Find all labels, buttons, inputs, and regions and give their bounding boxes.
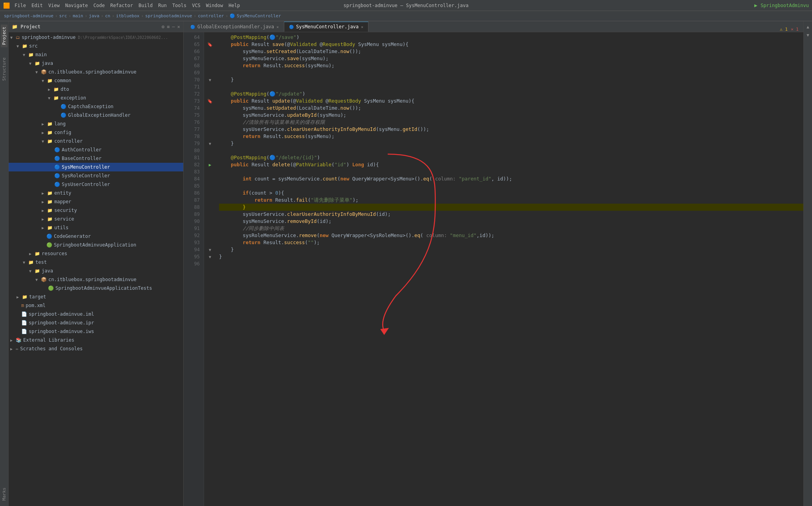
tree-item-main[interactable]: ▼ 📁 main [9,50,183,59]
tab-project[interactable]: Project [1,24,7,47]
gutter-fold-70[interactable]: ▼ [206,76,214,83]
tree-item-dto[interactable]: ▶ 📁 dto [9,85,183,94]
right-icon-2[interactable]: ▼ [805,31,811,39]
tree-item-service[interactable]: ▶ 📁 service [9,215,183,223]
tab-label-sysmenu: SysMenuController.java [296,24,359,29]
tab-close-global[interactable]: ✕ [276,25,279,29]
tree-item-cn-package[interactable]: ▼ 📦 cn.itbluebox.springbootadminvue [9,68,183,76]
run-button[interactable]: ▶ [754,2,757,8]
code-line-87: return Result.fail("请先删除子菜单"); [219,197,803,204]
tree-item-exception[interactable]: ▼ 📁 exception [9,94,183,102]
sidebar-close-icon[interactable]: ✕ [177,24,180,29]
editor-toolbar-right: ⚠ 1 ✕ 1 [780,27,802,32]
sidebar-title: 📁 Project [12,24,41,29]
tree-item-entity[interactable]: ▶ 📁 entity [9,189,183,197]
tree-item-controller[interactable]: ▼ 📁 controller [9,137,183,145]
menu-build[interactable]: Build [138,3,153,8]
bc-itbluebox[interactable]: itbluebox [116,13,140,18]
tree-item-authcontroller[interactable]: 🔵 AuthController [9,145,183,154]
bc-springbootadminvue[interactable]: springbootadminvue [145,13,192,18]
menu-navigate[interactable]: Navigate [65,3,88,8]
tree-item-config[interactable]: ▶ 📁 config [9,128,183,137]
tree-item-lang[interactable]: ▶ 📁 lang [9,120,183,128]
right-icon-1[interactable]: ▲ [805,23,811,31]
sidebar-collapse-icon[interactable]: — [172,24,175,29]
menu-window[interactable]: Window [206,3,223,8]
tree-item-globalexceptionhandler[interactable]: 🔵 GlobalExceptionHandler [9,111,183,120]
tree-item-scratches[interactable]: ▶ ✏️ Scratches and Consoles [9,344,183,353]
code-line-88: } [219,204,803,211]
tree-item-common[interactable]: ▼ 📁 common [9,76,183,85]
menu-run[interactable]: Run [158,3,167,8]
menu-file[interactable]: File [15,3,26,8]
tree-item-root[interactable]: ▼ 🗂 springboot-adminvue D:\ProgramWorkSp… [9,33,183,42]
tree-item-test[interactable]: ▼ 📁 test [9,258,183,267]
window-title: springboot-adminvue – SysMenuController.… [344,3,469,8]
chevron-root: ▼ [10,35,15,40]
gutter-run-82[interactable]: ▶ [206,161,214,168]
menu-vcs[interactable]: VCS [192,3,201,8]
tree-item-sysusercontroller[interactable]: 🔵 SysUserController [9,180,183,189]
tree-item-sysmenucontroller[interactable]: 🔵 SysMenuController [9,163,183,171]
tree-item-test-cn[interactable]: ▼ 📦 cn.itbluebox.springbootadminvue [9,275,183,284]
gutter-fold-79[interactable]: ▼ [206,140,214,147]
tab-globalexception[interactable]: 🔵 GlobalExceptionHandler.java ✕ [185,22,284,32]
menu-view[interactable]: View [48,3,60,8]
bc-root[interactable]: springboot-adminvue [4,13,53,18]
menu-help[interactable]: Help [228,3,240,8]
tree-item-resources[interactable]: ▶ 📁 resources [9,249,183,258]
tree-item-extlibs[interactable]: ▶ 📚 External Libraries [9,336,183,344]
title-bar: 🟧 File Edit View Navigate Code Refactor … [0,0,812,11]
tree-item-captchaexception[interactable]: 🔵 CaptchaException [9,102,183,111]
tab-sysmenu[interactable]: 🔵 SysMenuController.java ✕ [284,22,368,32]
menu-tools[interactable]: Tools [172,3,186,8]
bc-controller[interactable]: controller [198,13,224,18]
folder-icon-lang: 📁 [47,121,53,127]
bc-classname[interactable]: SysMenuController [237,13,281,18]
warning-badge: ⚠ 1 [780,27,788,32]
gutter-fold-95[interactable]: ▼ [206,253,214,260]
tree-item-src[interactable]: ▼ 📁 src [9,42,183,50]
gutter-bookmark-65[interactable]: 🔖 [206,41,214,48]
tree-item-iml[interactable]: 📄 springboot-adminvue.iml [9,310,183,318]
tree-item-pom[interactable]: m pom.xml [9,301,183,310]
code-editor[interactable]: @PostMapping(🔵"/save") public Result sav… [216,32,803,506]
tree-item-codegenerator[interactable]: 🔵 CodeGenerator [9,232,183,241]
tree-item-sysrolecontroller[interactable]: 🔵 SysRoleController [9,171,183,180]
bc-src[interactable]: src [59,13,67,18]
folder-icon-controller: 📁 [47,139,53,144]
tab-structure[interactable]: Structure [1,55,7,83]
menu-bar[interactable]: File Edit View Navigate Code Refactor Bu… [15,3,240,8]
code-line-76: //清除所有与该菜单相关的缓存权限 [219,119,803,126]
menu-edit[interactable]: Edit [31,3,43,8]
tree-item-security[interactable]: ▶ 📁 security [9,206,183,215]
tree-item-target[interactable]: ▶ 📁 target [9,293,183,301]
sidebar-expand-icon[interactable]: ≡ [167,24,169,29]
editor-wrapper: 64 65 66 67 68 69 70 71 72 73 74 75 76 7… [184,32,803,506]
tree-item-basecontroller[interactable]: 🔵 BaseController [9,154,183,163]
menu-refactor[interactable]: Refactor [110,3,133,8]
bc-main[interactable]: main [73,13,83,18]
scratches-icon: ✏️ [16,346,18,351]
sidebar-settings-icon[interactable]: ⚙ [162,24,164,29]
tab-label-global: GlobalExceptionHandler.java [197,24,274,29]
tree-item-apptests[interactable]: 🟢 SpringbootAdminvueApplicationTests [9,284,183,293]
tree-item-utils[interactable]: ▶ 📁 utils [9,223,183,232]
bc-cn[interactable]: cn [105,13,110,18]
code-line-72: @PostMapping(🔵"/update") [219,90,803,98]
bc-java[interactable]: java [89,13,99,18]
menu-code[interactable]: Code [94,3,105,8]
tree-item-ipr[interactable]: 📄 springboot-adminvue.ipr [9,318,183,327]
bc-class[interactable]: 🔵 [230,13,235,18]
tree-item-iws[interactable]: 📄 springboot-adminvue.iws [9,327,183,336]
folder-icon-java: 📁 [35,61,40,66]
ipr-icon: 📄 [21,320,27,326]
tree-item-mapper[interactable]: ▶ 📁 mapper [9,197,183,206]
gutter-fold-94[interactable]: ▼ [206,246,214,253]
tab-marks[interactable]: Marks [1,485,7,503]
tab-close-sysmenu[interactable]: ✕ [361,25,363,29]
tree-item-springbootapp[interactable]: 🟢 SpringbootAdminvueApplication [9,241,183,249]
tree-item-test-java[interactable]: ▼ 📁 java [9,267,183,275]
tree-item-java[interactable]: ▼ 📁 java [9,59,183,68]
gutter-bookmark-73[interactable]: 🔖 [206,98,214,105]
